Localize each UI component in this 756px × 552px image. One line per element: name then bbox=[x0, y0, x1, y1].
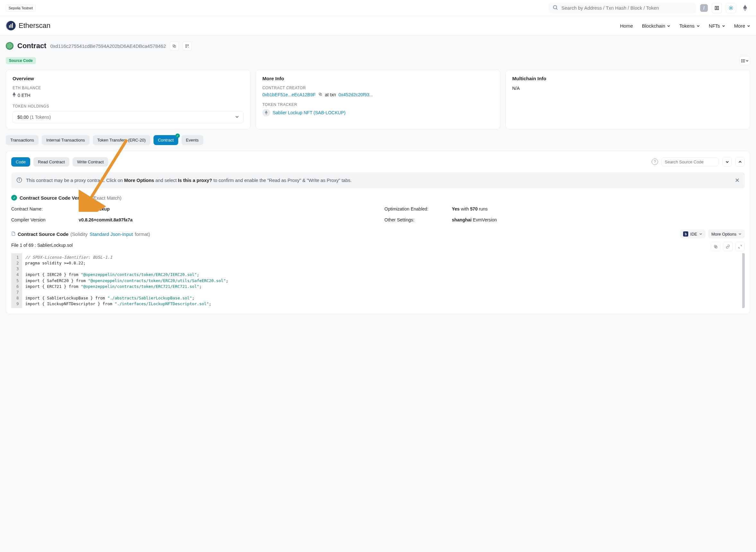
more-info-card: More Info CONTRACT CREATOR 0xb1bEF51e...… bbox=[256, 70, 500, 129]
svg-line-9 bbox=[729, 9, 730, 9]
overview-card: Overview ETH BALANCE 0 ETH TOKEN HOLDING… bbox=[6, 70, 250, 129]
etherscan-logo-icon bbox=[6, 20, 16, 31]
brand-logo[interactable]: Etherscan bbox=[6, 20, 50, 31]
nav-nfts[interactable]: NFTs bbox=[709, 23, 725, 28]
verified-label: Contract Source Code Verified bbox=[20, 195, 89, 200]
compiler-label: Compiler Version bbox=[11, 217, 79, 223]
eth-icon[interactable] bbox=[740, 3, 750, 13]
source-search-input[interactable] bbox=[665, 159, 719, 164]
token-holdings-dropdown[interactable]: $0.00 (1 Tokens) bbox=[12, 111, 244, 123]
creator-txn-link[interactable]: 0x452d2c20f93... bbox=[338, 92, 373, 97]
close-notice-button[interactable]: ✕ bbox=[735, 177, 740, 184]
verified-check-icon: ✓ bbox=[11, 195, 17, 200]
creator-label: CONTRACT CREATOR bbox=[262, 86, 494, 90]
eth-diamond-icon bbox=[12, 92, 16, 98]
subtab-write[interactable]: Write Contract bbox=[73, 157, 108, 166]
code-editor[interactable]: 123456789 // SPDX-License-Identifier: BU… bbox=[11, 253, 745, 308]
nav-home[interactable]: Home bbox=[620, 23, 633, 28]
testnet-badge[interactable]: Sepolia Testnet bbox=[6, 4, 36, 12]
source-code-badge[interactable]: Source Code bbox=[6, 57, 36, 64]
search-prev-button[interactable] bbox=[735, 157, 745, 166]
contract-address: 0xd116c275541cdBe7594A202bD6AE4DBca45784… bbox=[50, 43, 166, 49]
ide-logo-icon: b bbox=[683, 231, 688, 237]
ide-dropdown[interactable]: bIDE bbox=[680, 230, 706, 239]
svg-line-8 bbox=[732, 9, 732, 9]
other-settings-value: shanghai EvmVersion bbox=[452, 217, 497, 223]
overview-heading: Overview bbox=[12, 76, 244, 81]
svg-line-7 bbox=[729, 6, 730, 7]
svg-rect-13 bbox=[9, 25, 10, 28]
verified-match: (Exact Match) bbox=[92, 195, 122, 200]
tab-transactions[interactable]: Transactions bbox=[6, 135, 38, 145]
svg-point-2 bbox=[730, 7, 732, 9]
svg-line-1 bbox=[556, 8, 557, 9]
svg-rect-19 bbox=[188, 44, 189, 45]
file-counter: File 1 of 69 : SablierLockup.sol bbox=[11, 243, 73, 248]
svg-rect-18 bbox=[186, 44, 187, 45]
theme-icon[interactable] bbox=[726, 3, 736, 13]
code-content: // SPDX-License-Identifier: BUSL-1.1 pra… bbox=[22, 253, 742, 308]
multichain-heading: Multichain Info bbox=[512, 76, 744, 81]
copy-creator-button[interactable] bbox=[318, 92, 322, 97]
contract-identicon bbox=[6, 42, 13, 50]
svg-point-26 bbox=[742, 59, 742, 60]
token-icon bbox=[262, 109, 270, 117]
svg-rect-15 bbox=[12, 23, 13, 28]
docs-icon[interactable] bbox=[712, 3, 722, 13]
svg-rect-21 bbox=[188, 46, 188, 47]
balance-label: ETH BALANCE bbox=[12, 86, 244, 90]
search-input[interactable] bbox=[561, 5, 692, 11]
subtab-code[interactable]: Code bbox=[11, 157, 30, 166]
optimization-label: Optimization Enabled: bbox=[385, 206, 452, 212]
info-icon bbox=[16, 177, 22, 184]
at-txn-label: at txn bbox=[325, 92, 336, 97]
other-settings-label: Other Settings: bbox=[385, 217, 452, 223]
optimization-value: Yes with 570 runs bbox=[452, 206, 488, 212]
tab-internal[interactable]: Internal Transactions bbox=[42, 135, 90, 145]
more-options-dropdown[interactable]: More Options bbox=[708, 230, 745, 239]
more-info-heading: More Info bbox=[262, 76, 494, 81]
creator-address-link[interactable]: 0xb1bEF51e...eEcA12B9F bbox=[262, 92, 316, 97]
tab-events[interactable]: Events bbox=[182, 135, 203, 145]
search-icon bbox=[552, 4, 558, 11]
tab-contract[interactable]: Contract✓ bbox=[153, 135, 178, 145]
view-options-button[interactable] bbox=[739, 56, 750, 65]
contract-name-label: Contract Name: bbox=[11, 206, 79, 212]
source-search-field[interactable] bbox=[661, 158, 719, 166]
nav-blockchain[interactable]: Blockchain bbox=[642, 23, 671, 28]
page-title: Contract bbox=[17, 42, 46, 50]
svg-rect-14 bbox=[11, 24, 12, 28]
copy-address-button[interactable] bbox=[170, 41, 179, 50]
help-icon[interactable]: ? bbox=[652, 158, 658, 165]
svg-rect-22 bbox=[188, 47, 189, 47]
contract-name-value: SablierLockup bbox=[79, 206, 110, 212]
svg-point-34 bbox=[19, 178, 20, 179]
expand-button[interactable] bbox=[735, 242, 745, 251]
verified-check-icon: ✓ bbox=[175, 134, 180, 138]
copy-code-button[interactable] bbox=[711, 242, 720, 251]
file-icon bbox=[11, 231, 16, 237]
holdings-label: TOKEN HOLDINGS bbox=[12, 104, 244, 109]
tab-transfers[interactable]: Token Transfers (ERC-20) bbox=[93, 135, 150, 145]
subtab-read[interactable]: Read Contract bbox=[33, 157, 69, 166]
nav-more[interactable]: More bbox=[734, 23, 750, 28]
svg-point-27 bbox=[742, 60, 742, 61]
chevron-down-icon bbox=[696, 23, 700, 28]
tracker-label: TOKEN TRACKER bbox=[262, 102, 494, 107]
chevron-down-icon bbox=[747, 23, 750, 28]
global-search[interactable] bbox=[549, 3, 696, 13]
search-next-button[interactable] bbox=[722, 157, 732, 166]
compiler-value: v0.8.26+commit.8a97fa7a bbox=[79, 217, 133, 223]
qr-button[interactable] bbox=[183, 41, 192, 50]
balance-value: 0 ETH bbox=[18, 93, 30, 98]
permalink-button[interactable] bbox=[723, 242, 733, 251]
json-input-link[interactable]: Standard Json-Input bbox=[90, 231, 133, 237]
proxy-notice: This contract may be a proxy contract. C… bbox=[11, 172, 745, 188]
token-tracker-link[interactable]: Sablier Lockup NFT (SAB-LOCKUP) bbox=[273, 110, 345, 115]
chevron-down-icon bbox=[667, 23, 670, 28]
multichain-card: Multichain Info N/A bbox=[506, 70, 750, 129]
svg-point-28 bbox=[742, 61, 742, 62]
svg-line-10 bbox=[732, 6, 732, 7]
search-kbd: / bbox=[700, 4, 708, 12]
nav-tokens[interactable]: Tokens bbox=[679, 23, 700, 28]
